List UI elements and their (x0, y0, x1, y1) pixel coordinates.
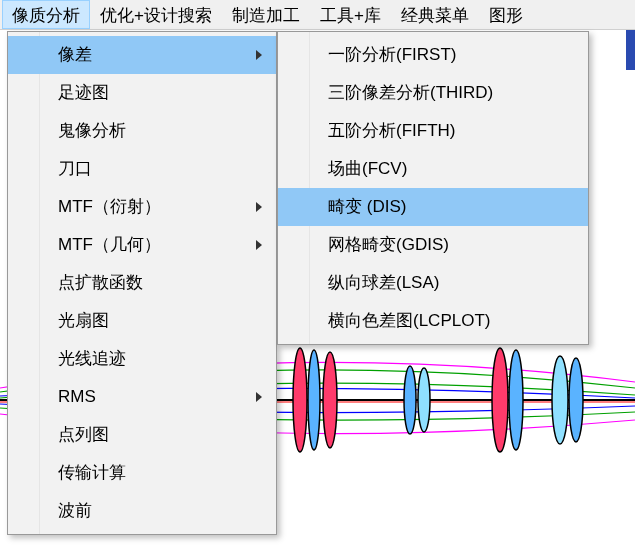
menu-item-mtf-geometric[interactable]: MTF（几何） (8, 226, 276, 264)
menu-item-label: 光扇图 (58, 311, 109, 330)
svg-point-1 (293, 348, 307, 452)
menu-item-label: 足迹图 (58, 83, 109, 102)
menu-item-aberration[interactable]: 像差 (8, 36, 276, 74)
menu-item-mtf-diffraction[interactable]: MTF（衍射） (8, 188, 276, 226)
menubar: 像质分析 优化+设计搜索 制造加工 工具+库 经典菜单 图形 (0, 0, 635, 30)
menu-item-label: 点扩散函数 (58, 273, 143, 292)
menu-item-label: 场曲(FCV) (328, 159, 407, 178)
menu-item-label: 纵向球差(LSA) (328, 273, 439, 292)
menu-label: 图形 (489, 6, 523, 25)
menu-item-footprint[interactable]: 足迹图 (8, 74, 276, 112)
svg-point-7 (509, 350, 523, 450)
menu-item-label: 像差 (58, 45, 92, 64)
menu-item-wavefront[interactable]: 波前 (8, 492, 276, 530)
submenu-item-gdis[interactable]: 网格畸变(GDIS) (278, 226, 588, 264)
menu-item-label: MTF（衍射） (58, 197, 161, 216)
menu-item-label: 波前 (58, 501, 92, 520)
menu-label: 经典菜单 (401, 6, 469, 25)
menu-item-label: 刀口 (58, 159, 92, 178)
menu-label: 制造加工 (232, 6, 300, 25)
menu-label: 像质分析 (12, 6, 80, 25)
submenu-item-dis[interactable]: 畸变 (DIS) (278, 188, 588, 226)
menu-item-spot[interactable]: 点列图 (8, 416, 276, 454)
menu-optimize[interactable]: 优化+设计搜索 (90, 0, 222, 29)
svg-point-9 (569, 358, 583, 442)
menu-image-quality[interactable]: 像质分析 (2, 0, 90, 29)
menu-tools[interactable]: 工具+库 (310, 0, 391, 29)
menu-item-fan[interactable]: 光扇图 (8, 302, 276, 340)
menu-classic[interactable]: 经典菜单 (391, 0, 479, 29)
chevron-right-icon (256, 392, 262, 402)
menu-label: 工具+库 (320, 6, 381, 25)
submenu-item-fcv[interactable]: 场曲(FCV) (278, 150, 588, 188)
chevron-right-icon (256, 240, 262, 250)
menu-item-ray-trace[interactable]: 光线追迹 (8, 340, 276, 378)
submenu-item-first[interactable]: 一阶分析(FIRST) (278, 36, 588, 74)
menu-item-transmission[interactable]: 传输计算 (8, 454, 276, 492)
menu-item-label: 传输计算 (58, 463, 126, 482)
dropdown-aberration-submenu: 一阶分析(FIRST) 三阶像差分析(THIRD) 五阶分析(FIFTH) 场曲… (277, 31, 589, 345)
svg-point-5 (418, 368, 430, 432)
menu-item-knife-edge[interactable]: 刀口 (8, 150, 276, 188)
chevron-right-icon (256, 50, 262, 60)
svg-point-3 (323, 352, 337, 448)
dropdown-image-quality: 像差 足迹图 鬼像分析 刀口 MTF（衍射） MTF（几何） 点扩散函数 光扇图… (7, 31, 277, 535)
submenu-item-lcplot[interactable]: 横向色差图(LCPLOT) (278, 302, 588, 340)
svg-point-8 (552, 356, 568, 444)
menu-item-label: 鬼像分析 (58, 121, 126, 140)
menu-item-label: 一阶分析(FIRST) (328, 45, 456, 64)
submenu-item-lsa[interactable]: 纵向球差(LSA) (278, 264, 588, 302)
menu-item-label: 横向色差图(LCPLOT) (328, 311, 490, 330)
svg-point-6 (492, 348, 508, 452)
submenu-item-third[interactable]: 三阶像差分析(THIRD) (278, 74, 588, 112)
menu-manufacture[interactable]: 制造加工 (222, 0, 310, 29)
menu-item-label: 五阶分析(FIFTH) (328, 121, 455, 140)
menu-item-label: 三阶像差分析(THIRD) (328, 83, 493, 102)
svg-rect-10 (626, 30, 635, 70)
menu-item-label: MTF（几何） (58, 235, 161, 254)
menu-item-label: 畸变 (DIS) (328, 197, 406, 216)
menu-item-label: 光线追迹 (58, 349, 126, 368)
submenu-item-fifth[interactable]: 五阶分析(FIFTH) (278, 112, 588, 150)
menu-item-label: 点列图 (58, 425, 109, 444)
menu-item-label: 网格畸变(GDIS) (328, 235, 449, 254)
menu-label: 优化+设计搜索 (100, 6, 212, 25)
menu-item-ghost[interactable]: 鬼像分析 (8, 112, 276, 150)
svg-point-2 (308, 350, 320, 450)
menu-graphics[interactable]: 图形 (479, 0, 533, 29)
menu-item-label: RMS (58, 387, 96, 406)
svg-point-4 (404, 366, 416, 434)
menu-item-rms[interactable]: RMS (8, 378, 276, 416)
menu-item-psf[interactable]: 点扩散函数 (8, 264, 276, 302)
chevron-right-icon (256, 202, 262, 212)
